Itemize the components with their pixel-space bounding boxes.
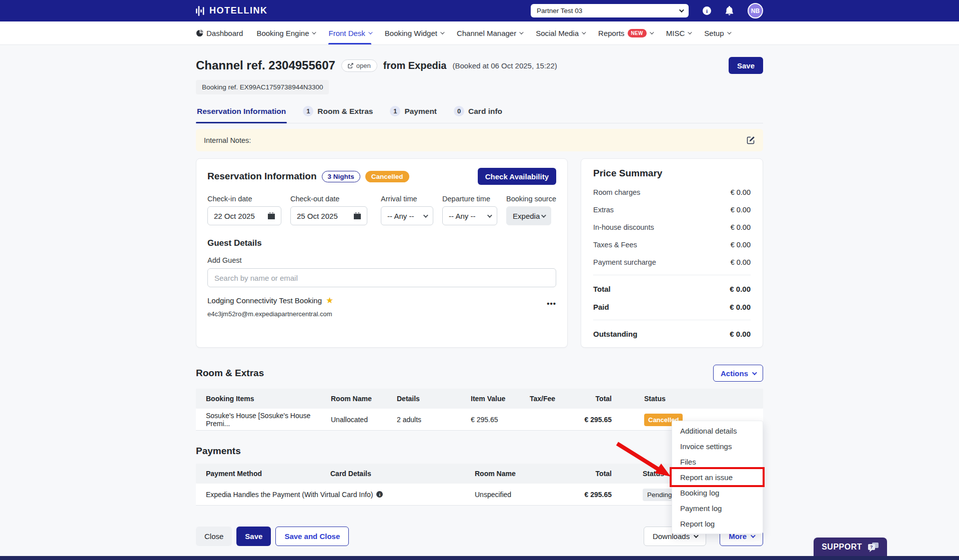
checkout-date-input[interactable]: 25 Oct 2025: [290, 206, 367, 225]
menu-item-payment-log[interactable]: Payment log: [672, 501, 763, 516]
menu-item-booking-log[interactable]: Booking log: [672, 485, 763, 501]
external-link-icon: [348, 63, 353, 68]
info-icon[interactable]: i: [376, 491, 383, 498]
departure-time-select[interactable]: -- Any --: [442, 206, 497, 225]
close-button[interactable]: Close: [196, 527, 232, 546]
price-summary-heading: Price Summary: [593, 168, 751, 179]
price-row: Room charges€ 0.00: [593, 188, 751, 196]
menu-item-additional-details[interactable]: Additional details: [672, 423, 763, 439]
booking-source-title: from Expedia: [383, 60, 447, 71]
total-cell: € 295.65: [567, 416, 612, 424]
actions-button[interactable]: Actions: [713, 365, 763, 382]
price-row: In-house discounts€ 0.00: [593, 223, 751, 231]
partner-select-value: Partner Test 03: [537, 7, 582, 14]
price-row: Payment surcharge€ 0.00: [593, 258, 751, 266]
internal-notes-label: Internal Notes:: [204, 136, 251, 144]
chevron-down-icon: [679, 7, 684, 12]
guest-more-button[interactable]: •••: [547, 299, 556, 308]
reservation-card: Reservation Information 3 Nights Cancell…: [196, 158, 568, 348]
nav-booking-widget[interactable]: Booking Widget: [385, 21, 443, 44]
payments-heading: Payments: [196, 446, 241, 457]
price-row: Extras€ 0.00: [593, 206, 751, 214]
new-badge: NEW: [628, 29, 647, 37]
menu-item-report-log[interactable]: Report log: [672, 516, 763, 532]
nav-social-media[interactable]: Social Media: [536, 21, 585, 44]
chevron-down-icon: [423, 213, 428, 218]
guest-search-input[interactable]: [207, 268, 556, 287]
user-avatar[interactable]: NB: [748, 3, 763, 18]
save-and-close-button[interactable]: Save and Close: [275, 527, 349, 546]
brand-logo[interactable]: HOTELLINK: [196, 5, 268, 16]
room-name-cell: Unspecified: [475, 491, 562, 499]
svg-text:?: ?: [870, 545, 873, 550]
chevron-down-icon: [440, 30, 444, 34]
support-chat-icon: ?: [867, 542, 879, 553]
price-outstanding-row: Outstanding€ 0.00: [593, 330, 751, 338]
price-total-row: Total€ 0.00: [593, 285, 751, 293]
arrival-time-select[interactable]: -- Any --: [381, 206, 433, 225]
details-cell: 2 adults: [397, 416, 471, 424]
calendar-icon: [268, 212, 275, 219]
main-content: Channel ref. 2304955607 open from Expedi…: [0, 45, 959, 560]
check-availability-button[interactable]: Check Availability: [478, 168, 556, 185]
tab-count-badge: 1: [303, 106, 313, 116]
chevron-down-icon: [752, 370, 757, 375]
guest-email: e4c3jm52ro@m.expediapartnercentral.com: [207, 310, 333, 318]
tab-count-badge: 0: [454, 106, 464, 116]
partner-select[interactable]: Partner Test 03: [531, 4, 689, 17]
cancelled-badge: Cancelled: [365, 171, 409, 182]
dashboard-pie-icon: [196, 29, 203, 37]
nav-channel-manager[interactable]: Channel Manager: [457, 21, 522, 44]
arrival-field: Arrival time -- Any --: [381, 195, 433, 225]
chevron-down-icon: [519, 30, 523, 34]
nights-badge: 3 Nights: [322, 171, 360, 182]
booked-at-text: (Booked at 06 Oct 2025, 15:22): [452, 61, 557, 70]
tab-payment[interactable]: 1Payment: [389, 103, 438, 123]
open-link-button[interactable]: open: [341, 59, 377, 72]
booking-source-field: Booking source Expedia: [506, 195, 556, 225]
nav-misc[interactable]: MISC: [666, 21, 691, 44]
hotellink-logo-icon: [196, 6, 205, 16]
payment-method-cell: Expedia Handles the Payment (With Virtua…: [206, 491, 373, 499]
save-button-top[interactable]: Save: [729, 57, 763, 74]
top-bar: HOTELLINK Partner Test 03 i NB: [0, 0, 959, 21]
chevron-down-icon: [541, 213, 546, 218]
reservation-heading: Reservation Information: [207, 171, 317, 182]
chevron-down-icon: [487, 213, 492, 218]
room-name-cell: Unallocated: [331, 416, 397, 424]
tab-room-extras[interactable]: 1Room & Extras: [302, 103, 374, 123]
chevron-down-icon: [312, 30, 316, 34]
nav-reports[interactable]: ReportsNEW: [598, 21, 653, 44]
menu-item-invoice-settings[interactable]: Invoice settings: [672, 439, 763, 454]
nav-booking-engine[interactable]: Booking Engine: [256, 21, 315, 44]
nav-dashboard[interactable]: Dashboard: [196, 21, 243, 44]
booking-source-select[interactable]: Expedia: [506, 206, 551, 225]
tab-reservation-information[interactable]: Reservation Information: [196, 103, 287, 123]
tab-card-info[interactable]: 0Card info: [453, 103, 503, 123]
departure-field: Departure time -- Any --: [442, 195, 497, 225]
support-button[interactable]: SUPPORT ?: [814, 538, 887, 556]
star-icon: ★: [326, 295, 333, 306]
menu-item-files[interactable]: Files: [672, 454, 763, 470]
divider: [593, 320, 751, 320]
chevron-down-icon: [727, 30, 731, 34]
booking-ref-badge: Booking ref. EX99AC1759738944N3300: [196, 80, 329, 94]
chevron-down-icon: [368, 30, 372, 34]
menu-item-report-an-issue[interactable]: Report an issue: [672, 470, 763, 485]
page-title: Channel ref. 2304955607: [196, 58, 335, 72]
nav-front-desk[interactable]: Front Desk: [328, 21, 371, 44]
nav-setup[interactable]: Setup: [704, 21, 730, 44]
room-extras-heading: Room & Extras: [196, 368, 264, 379]
tab-count-badge: 1: [390, 106, 400, 116]
price-row: Taxes & Fees€ 0.00: [593, 241, 751, 249]
save-button-bottom[interactable]: Save: [236, 527, 271, 546]
divider: [593, 275, 751, 275]
chevron-down-icon: [650, 30, 654, 34]
edit-icon[interactable]: [747, 136, 755, 144]
booking-item-cell: Sosuke's House [Sosuke's House Premi...: [196, 412, 331, 428]
bell-icon[interactable]: [725, 6, 734, 15]
checkin-date-input[interactable]: 22 Oct 2025: [207, 206, 281, 225]
guest-name: Lodging Connectivity Test Booking ★: [207, 295, 333, 306]
actions-context-menu: Additional details Invoice settings File…: [672, 421, 763, 534]
info-icon[interactable]: i: [703, 6, 711, 15]
